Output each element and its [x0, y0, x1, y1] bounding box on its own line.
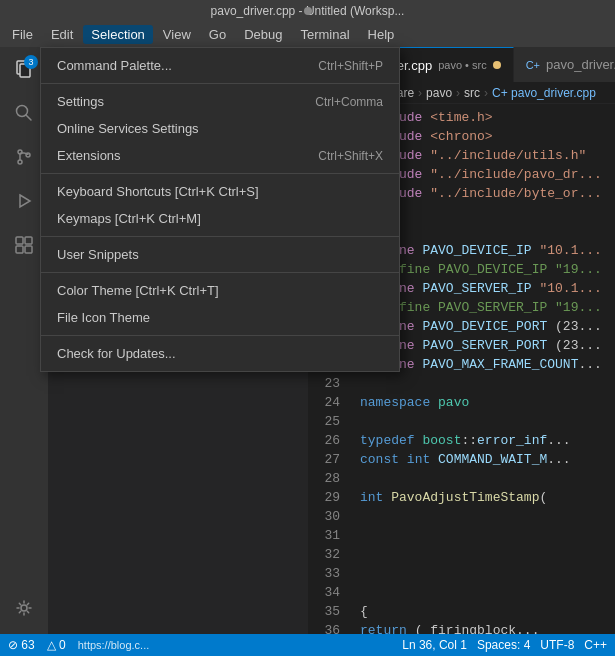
- settings-shortcut: Ctrl+Comma: [315, 95, 383, 109]
- menu-view[interactable]: View: [155, 25, 199, 44]
- code-line-30: [360, 507, 615, 526]
- menu-keyboard-shortcuts[interactable]: Keyboard Shortcuts [Ctrl+K Ctrl+S]: [41, 178, 399, 205]
- menu-check-updates[interactable]: Check for Updates...: [41, 340, 399, 367]
- divider-5: [41, 335, 399, 336]
- status-bar: ⊘ 63 △ 0 https://blog.c... Ln 36, Col 1 …: [0, 634, 615, 656]
- code-line-33: [360, 564, 615, 583]
- svg-rect-10: [16, 246, 23, 253]
- menu-file-icon-theme[interactable]: File Icon Theme: [41, 304, 399, 331]
- tab-modified-1: [493, 61, 501, 69]
- divider-4: [41, 272, 399, 273]
- menu-keymaps[interactable]: Keymaps [Ctrl+K Ctrl+M]: [41, 205, 399, 232]
- divider-2: [41, 173, 399, 174]
- file-icon-theme-label: File Icon Theme: [57, 310, 150, 325]
- svg-point-12: [21, 605, 27, 611]
- code-line-27: const int COMMAND_WAIT_M...: [360, 450, 615, 469]
- user-snippets-label: User Snippets: [57, 247, 139, 262]
- code-line-24: namespace pavo: [360, 393, 615, 412]
- preferences-dropdown: Command Palette... Ctrl+Shift+P Settings…: [40, 47, 400, 372]
- command-palette-shortcut: Ctrl+Shift+P: [318, 59, 383, 73]
- code-line-35: {: [360, 602, 615, 621]
- menu-file[interactable]: File: [4, 25, 41, 44]
- search-activity-icon[interactable]: [6, 95, 42, 131]
- breadcrumb-src[interactable]: src: [464, 86, 480, 100]
- menu-settings[interactable]: Settings Ctrl+Comma: [41, 88, 399, 115]
- source-control-activity-icon[interactable]: [6, 139, 42, 175]
- status-language: C++: [584, 638, 607, 652]
- check-updates-label: Check for Updates...: [57, 346, 176, 361]
- code-line-25: [360, 412, 615, 431]
- tab-subtitle-1: pavo • src: [438, 59, 486, 71]
- files-badge: 3: [24, 55, 38, 69]
- status-warnings: △ 0: [47, 638, 66, 652]
- menu-bar: File Edit Selection View Go Debug Termin…: [0, 22, 615, 47]
- color-theme-label: Color Theme [Ctrl+K Ctrl+T]: [57, 283, 219, 298]
- settings-label: Settings: [57, 94, 104, 109]
- svg-rect-8: [16, 237, 23, 244]
- status-url[interactable]: https://blog.c...: [78, 639, 150, 651]
- title-bar: pavo_driver.cpp - Untitled (Worksp...: [0, 0, 615, 22]
- menu-color-theme[interactable]: Color Theme [Ctrl+K Ctrl+T]: [41, 277, 399, 304]
- divider-1: [41, 83, 399, 84]
- svg-line-3: [26, 115, 31, 120]
- code-line-31: [360, 526, 615, 545]
- menu-online-services[interactable]: Online Services Settings: [41, 115, 399, 142]
- menu-edit[interactable]: Edit: [43, 25, 81, 44]
- svg-rect-9: [25, 237, 32, 244]
- divider-3: [41, 236, 399, 237]
- status-encoding: UTF-8: [540, 638, 574, 652]
- svg-rect-11: [25, 246, 32, 253]
- menu-extensions[interactable]: Extensions Ctrl+Shift+X: [41, 142, 399, 169]
- menu-debug[interactable]: Debug: [236, 25, 290, 44]
- tab-icon-2: C+: [526, 59, 540, 71]
- menu-go[interactable]: Go: [201, 25, 234, 44]
- code-line-23: [360, 374, 615, 393]
- tab-label-2: pavo_driver.: [546, 57, 615, 72]
- menu-user-snippets[interactable]: User Snippets: [41, 241, 399, 268]
- code-line-36: return ( firingblock...: [360, 621, 615, 634]
- status-right: Ln 36, Col 1 Spaces: 4 UTF-8 C++: [402, 638, 607, 652]
- settings-activity-icon[interactable]: [6, 590, 42, 626]
- status-position: Ln 36, Col 1: [402, 638, 467, 652]
- window-dot: [304, 7, 312, 15]
- code-line-28: [360, 469, 615, 488]
- debug-activity-icon[interactable]: [6, 183, 42, 219]
- keymaps-label: Keymaps [Ctrl+K Ctrl+M]: [57, 211, 201, 226]
- status-spaces: Spaces: 4: [477, 638, 530, 652]
- breadcrumb-file[interactable]: C+ pavo_driver.cpp: [492, 86, 596, 100]
- status-errors: ⊘ 63: [8, 638, 35, 652]
- keyboard-shortcuts-label: Keyboard Shortcuts [Ctrl+K Ctrl+S]: [57, 184, 259, 199]
- menu-terminal[interactable]: Terminal: [292, 25, 357, 44]
- files-activity-icon[interactable]: 3: [6, 51, 42, 87]
- breadcrumb-pavo[interactable]: pavo: [426, 86, 452, 100]
- extensions-label: Extensions: [57, 148, 121, 163]
- code-line-34: [360, 583, 615, 602]
- svg-point-5: [18, 160, 22, 164]
- command-palette-label: Command Palette...: [57, 58, 172, 73]
- menu-help[interactable]: Help: [360, 25, 403, 44]
- extensions-activity-icon[interactable]: [6, 227, 42, 263]
- tab-pavo-driver-2[interactable]: C+ pavo_driver.: [514, 47, 615, 82]
- menu-command-palette[interactable]: Command Palette... Ctrl+Shift+P: [41, 52, 399, 79]
- code-line-26: typedef boost::error_inf...: [360, 431, 615, 450]
- svg-marker-7: [20, 195, 30, 207]
- code-line-29: int PavoAdjustTimeStamp(: [360, 488, 615, 507]
- extensions-shortcut: Ctrl+Shift+X: [318, 149, 383, 163]
- online-services-label: Online Services Settings: [57, 121, 199, 136]
- code-line-32: [360, 545, 615, 564]
- activity-bar-bottom: [6, 590, 42, 626]
- menu-selection[interactable]: Selection: [83, 25, 152, 44]
